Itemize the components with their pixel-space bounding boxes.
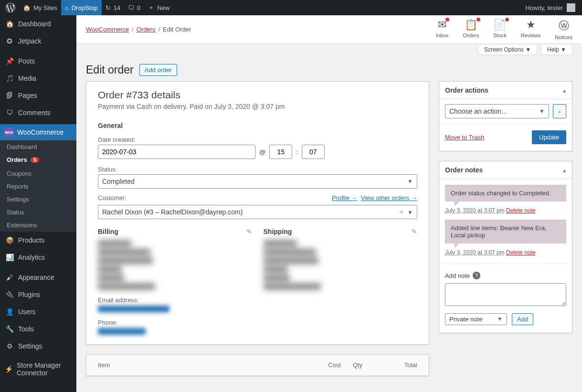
menu-products[interactable]: 📦Products (0, 232, 76, 249)
help-tab[interactable]: Help ▼ (541, 45, 572, 55)
order-items-box: Item Cost Qty Total (86, 354, 429, 376)
screen-options-tab[interactable]: Screen Options ▼ (478, 45, 537, 55)
edit-shipping-icon[interactable]: ✎ (412, 228, 417, 235)
chevron-down-icon: ▼ (497, 316, 503, 323)
clipboard-icon: 📋 (465, 19, 477, 31)
clear-icon[interactable]: × (400, 208, 403, 216)
delete-note-link[interactable]: Delete note (506, 249, 535, 256)
submenu-reports[interactable]: Reports (0, 180, 76, 193)
action-select[interactable]: Choose an action...▼ (445, 104, 549, 118)
menu-tools[interactable]: 🔧Tools (0, 320, 76, 338)
home-icon: ⌂ (65, 4, 69, 11)
help-icon[interactable]: ? (473, 272, 480, 279)
shipping-address (264, 240, 418, 290)
panel-notices[interactable]: ⓦNotices (555, 19, 572, 40)
edit-billing-icon[interactable]: ✎ (246, 228, 252, 235)
action-go-button[interactable]: › (553, 104, 566, 118)
note-textarea[interactable] (445, 283, 566, 306)
order-details-box: Order #733 details Payment via Cash on d… (86, 81, 429, 345)
menu-analytics[interactable]: 📊Analytics (0, 249, 76, 266)
delete-note-link[interactable]: Delete note (506, 207, 535, 214)
my-sites[interactable]: 🏠My Sites (19, 0, 61, 15)
plug-icon: 🔌 (5, 290, 14, 299)
submenu-orders[interactable]: Orders 5 (0, 153, 76, 167)
admin-menu: 🏠Dashboard ✪Jetpack 📌Posts 🎵Media 🗐Pages… (0, 15, 76, 392)
toggle-icon[interactable]: ▴ (563, 167, 566, 174)
crumb-orders[interactable]: Orders (137, 26, 156, 33)
new-content[interactable]: ＋New (144, 0, 173, 15)
note-meta: July 3, 2020 at 3:07 pm Delete note (445, 249, 566, 256)
wp-logo[interactable] (2, 0, 19, 15)
customer-select[interactable]: Rachel Dixon (#3 – RachelDixon@dayrep.co… (98, 205, 417, 219)
status-select[interactable]: Completed▼ (98, 174, 417, 189)
panel-reviews[interactable]: ★Reviews (521, 19, 541, 40)
note-type-select[interactable]: Private note▼ (445, 313, 507, 325)
menu-woocommerce[interactable]: wooWooCommerce (0, 124, 76, 140)
note-item: Added line items: Beanie New Era, Local … (445, 220, 566, 244)
submenu-coupons[interactable]: Coupons (0, 167, 76, 180)
wordpress-icon (6, 3, 15, 12)
menu-comments[interactable]: 🗨Comments (0, 104, 76, 121)
customer-label: Customer: (98, 194, 127, 201)
add-note-button[interactable]: Add (512, 313, 533, 325)
col-item: Item (98, 361, 307, 369)
menu-media[interactable]: 🎵Media (0, 70, 76, 87)
menu-jetpack[interactable]: ✪Jetpack (0, 32, 76, 50)
panel-inbox[interactable]: ✉Inbox (436, 19, 449, 40)
avatar (567, 3, 575, 12)
billing-column: Billing✎ Email address: P (98, 228, 252, 337)
sites-icon: 🏠 (23, 4, 31, 11)
crumb-woo[interactable]: WooCommerce (86, 26, 129, 33)
menu-settings[interactable]: ⚙Settings (0, 338, 76, 355)
email-label: Email address: (98, 297, 252, 304)
chevron-down-icon: ▼ (539, 108, 545, 115)
page-icon: 🗐 (5, 91, 14, 100)
media-icon: 🎵 (5, 74, 14, 83)
woo-icon: woo (5, 128, 13, 137)
updates[interactable]: ↻14 (102, 0, 124, 15)
submenu-dashboard[interactable]: Dashboard (0, 140, 76, 153)
menu-pages[interactable]: 🗐Pages (0, 87, 76, 104)
chevron-down-icon: ▼ (407, 178, 413, 185)
jetpack-icon: ✪ (5, 36, 14, 46)
comments-bubble[interactable]: 🗨0 (124, 0, 144, 15)
comment-icon: 🗨 (5, 108, 14, 117)
howdy-user[interactable]: Howdy, tester (520, 3, 580, 12)
hour-input[interactable] (269, 145, 292, 159)
breadcrumb: WooCommerce/Orders/Edit Order (86, 26, 191, 33)
submenu-extensions[interactable]: Extensions (0, 219, 76, 232)
date-label: Date created: (98, 136, 417, 143)
col-cost: Cost (307, 361, 341, 369)
profile-link[interactable]: Profile → (332, 194, 357, 201)
menu-store-manager[interactable]: ⚡Store Manager Connector (0, 358, 76, 381)
user-icon: 👤 (5, 307, 14, 317)
items-header: Item Cost Qty Total (86, 355, 429, 376)
site-link[interactable]: ⌂DropStop (61, 0, 102, 15)
add-order-button[interactable]: Add order (139, 64, 177, 76)
phone-value (98, 328, 146, 335)
stock-icon: 📄 (493, 19, 506, 31)
order-notes-title: Order notes (445, 166, 483, 174)
trash-link[interactable]: Move to Trash (445, 134, 484, 141)
menu-posts[interactable]: 📌Posts (0, 53, 76, 70)
menu-users[interactable]: 👤Users (0, 303, 76, 320)
panel-orders[interactable]: 📋Orders (463, 19, 479, 40)
other-orders-link[interactable]: View other orders → (361, 194, 417, 201)
update-icon: ↻ (106, 4, 111, 11)
crumb-current: Edit Order (163, 26, 191, 33)
date-input[interactable] (98, 145, 255, 159)
note-meta: July 3, 2020 at 3:07 pm Delete note (445, 207, 566, 214)
pin-icon: 📌 (5, 56, 14, 66)
menu-dashboard[interactable]: 🏠Dashboard (0, 15, 76, 32)
toggle-icon[interactable]: ▴ (563, 87, 566, 94)
status-label: Status: (98, 166, 417, 173)
menu-plugins[interactable]: 🔌Plugins (0, 286, 76, 303)
panel-stock[interactable]: 📄Stock (493, 19, 507, 40)
menu-appearance[interactable]: 🖌Appearance (0, 269, 76, 286)
update-button[interactable]: Update (532, 130, 566, 144)
submenu-status[interactable]: Status (0, 206, 76, 219)
minute-input[interactable] (302, 145, 325, 159)
plus-icon: ＋ (148, 3, 154, 12)
submenu-settings[interactable]: Settings (0, 193, 76, 206)
billing-address (98, 240, 252, 290)
